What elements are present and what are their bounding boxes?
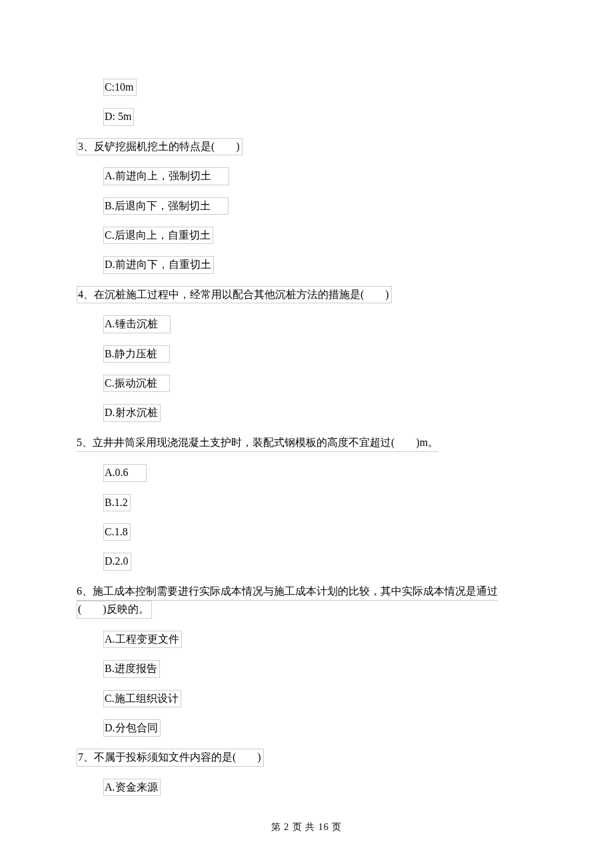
page-footer: 第 2 页 共 16 页 bbox=[0, 820, 613, 835]
question-7-stem: 7、不属于投标须知文件内容的是( ) bbox=[77, 749, 264, 766]
question-4-option-c: C.振动沉桩 bbox=[103, 375, 170, 392]
question-3-option-b: B.后退向下，强制切土 bbox=[103, 197, 229, 215]
question-6-option-b: B.进度报告 bbox=[103, 660, 160, 677]
question-6-stem-line2: ( )反映的。 bbox=[77, 601, 152, 618]
question-3-option-d: D.前进向下，自重切土 bbox=[103, 256, 214, 273]
question-5-option-b: B.1.2 bbox=[103, 494, 131, 511]
question-5-stem: 5、立井井筒采用现浇混凝土支护时，装配式钢模板的高度不宜超过( )m。 bbox=[77, 434, 438, 453]
option-c: C:10m bbox=[103, 79, 137, 96]
question-6-option-d: D.分包合同 bbox=[103, 719, 161, 737]
question-5-option-c: C.1.8 bbox=[103, 523, 131, 541]
question-6-option-c: C.施工组织设计 bbox=[103, 690, 181, 707]
question-4-option-b: B.静力压桩 bbox=[103, 345, 170, 363]
option-d: D: 5m bbox=[103, 108, 134, 125]
question-4-option-a: A.锤击沉桩 bbox=[103, 315, 171, 333]
question-5-option-a: A.0.6 bbox=[103, 464, 147, 481]
question-6-option-a: A.工程变更文件 bbox=[103, 631, 182, 648]
question-3-option-c: C.后退向上，自重切土 bbox=[103, 227, 213, 244]
question-3-stem: 3、反铲挖掘机挖土的特点是( ) bbox=[77, 138, 243, 155]
question-3-option-a: A.前进向上，强制切土 bbox=[103, 167, 229, 185]
question-4-option-d: D.射水沉桩 bbox=[103, 404, 161, 421]
question-5-option-d: D.2.0 bbox=[103, 553, 131, 570]
question-4-stem: 4、在沉桩施工过程中，经常用以配合其他沉桩方法的措施是( ) bbox=[77, 286, 392, 303]
question-7-option-a: A.资金来源 bbox=[103, 779, 161, 796]
question-6-stem-line1: 6、施工成本控制需要进行实际成本情况与施工成本计划的比较，其中实际成本情况是通过 bbox=[77, 583, 498, 601]
